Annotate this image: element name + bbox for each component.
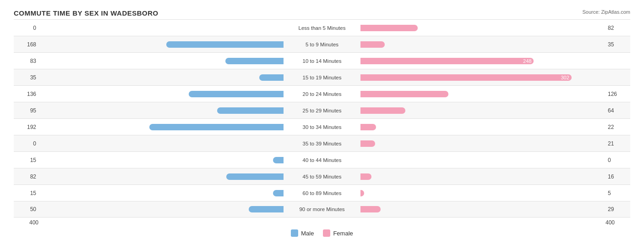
- axis-row: 400 400: [14, 219, 630, 226]
- female-bar-half: [360, 124, 605, 130]
- axis-left-label: 400: [14, 219, 41, 226]
- female-bar-half: [360, 91, 605, 97]
- row-label: 25 to 29 Minutes: [284, 108, 360, 113]
- left-value: 82: [14, 173, 39, 180]
- male-bar: [226, 173, 284, 180]
- female-bar-half: [360, 157, 605, 163]
- female-bar-half: [360, 107, 605, 114]
- chart-row: 0Less than 5 Minutes82: [14, 19, 630, 36]
- male-bar: [225, 58, 284, 64]
- left-value: 15: [14, 157, 39, 163]
- male-bar: [166, 41, 284, 48]
- chart-row: 1560 to 89 Minutes5: [14, 184, 630, 201]
- chart-row: 035 to 39 Minutes21: [14, 135, 630, 151]
- chart-row: 3515 to 19 Minutes302: [14, 69, 630, 85]
- chart-row: 19230 to 34 Minutes22: [14, 118, 630, 135]
- left-value: 136: [14, 91, 39, 97]
- legend: Male Female: [14, 229, 630, 237]
- male-bar-half: [39, 41, 284, 48]
- chart-container: COMMUTE TIME BY SEX IN WADESBORO Source:…: [14, 9, 630, 237]
- legend-male-box: [291, 229, 298, 237]
- male-bar-half: [39, 91, 284, 97]
- legend-female-box: [323, 229, 330, 237]
- left-value: 95: [14, 107, 39, 114]
- chart-row: 13620 to 24 Minutes126: [14, 85, 630, 102]
- female-bar: [360, 91, 448, 97]
- male-bar-half: [39, 74, 284, 81]
- female-bar-half: 302: [360, 74, 605, 81]
- right-value: 5: [605, 190, 630, 196]
- row-label: 40 to 44 Minutes: [284, 157, 360, 163]
- right-value: 29: [605, 206, 630, 212]
- row-label: Less than 5 Minutes: [284, 25, 360, 31]
- female-bar-half: [360, 41, 605, 48]
- male-bar-half: [39, 124, 284, 130]
- legend-female: Female: [323, 229, 353, 237]
- row-label: 30 to 34 Minutes: [284, 124, 360, 130]
- legend-female-label: Female: [333, 230, 353, 237]
- left-value: 192: [14, 124, 39, 130]
- left-value: 0: [14, 25, 39, 31]
- left-value: 35: [14, 74, 39, 81]
- male-bar-half: [39, 140, 284, 147]
- female-bar: [360, 173, 371, 180]
- male-bar: [149, 124, 284, 130]
- chart-row: 1540 to 44 Minutes0: [14, 151, 630, 168]
- female-bar: [360, 140, 375, 147]
- chart-row: 8310 to 14 Minutes248: [14, 52, 630, 69]
- female-bar: [360, 25, 418, 31]
- chart-title: COMMUTE TIME BY SEX IN WADESBORO: [14, 9, 158, 17]
- left-value: 50: [14, 206, 39, 212]
- left-value: 0: [14, 140, 39, 147]
- male-bar-half: [39, 190, 284, 196]
- right-value: 0: [605, 157, 630, 163]
- row-label: 5 to 9 Minutes: [284, 42, 360, 47]
- legend-male-label: Male: [301, 230, 314, 237]
- male-bar: [217, 107, 284, 114]
- female-bar-half: [360, 190, 605, 196]
- row-label: 45 to 59 Minutes: [284, 174, 360, 179]
- right-value: 22: [605, 124, 630, 130]
- female-bar: [360, 41, 385, 48]
- male-bar-half: [39, 25, 284, 31]
- female-bar: 302: [360, 74, 572, 81]
- male-bar: [189, 91, 284, 97]
- male-bar-half: [39, 173, 284, 180]
- left-value: 168: [14, 41, 39, 48]
- male-bar: [273, 157, 284, 163]
- left-value: 15: [14, 190, 39, 196]
- right-value: 35: [605, 41, 630, 48]
- male-bar-half: [39, 107, 284, 114]
- right-value: 21: [605, 140, 630, 147]
- chart-row: 8245 to 59 Minutes16: [14, 168, 630, 184]
- female-bar-half: [360, 140, 605, 147]
- source-label: Source: ZipAtlas.com: [582, 9, 630, 15]
- right-value: 16: [605, 173, 630, 180]
- right-value: 82: [605, 25, 630, 31]
- chart-row: 1685 to 9 Minutes35: [14, 36, 630, 52]
- female-bar-half: [360, 25, 605, 31]
- right-value: 64: [605, 107, 630, 114]
- row-label: 20 to 24 Minutes: [284, 91, 360, 97]
- chart-area: 0Less than 5 Minutes821685 to 9 Minutes3…: [14, 19, 630, 218]
- female-bar: 248: [360, 58, 534, 64]
- female-bar-half: [360, 173, 605, 180]
- male-bar: [259, 74, 284, 81]
- male-bar-half: [39, 206, 284, 212]
- axis-right-label: 400: [603, 219, 630, 226]
- female-bar: [360, 124, 376, 130]
- male-bar-half: [39, 157, 284, 163]
- female-bar-half: [360, 206, 605, 212]
- male-bar: [273, 190, 284, 196]
- left-value: 83: [14, 58, 39, 64]
- right-value: 126: [605, 91, 630, 97]
- chart-row: 5090 or more Minutes29: [14, 201, 630, 218]
- male-bar-half: [39, 58, 284, 64]
- row-label: 90 or more Minutes: [284, 207, 360, 212]
- row-label: 15 to 19 Minutes: [284, 75, 360, 80]
- female-bar: [360, 107, 405, 114]
- row-label: 60 to 89 Minutes: [284, 190, 360, 196]
- female-bar-half: 248: [360, 58, 605, 64]
- female-bar: [360, 206, 381, 212]
- row-label: 10 to 14 Minutes: [284, 58, 360, 64]
